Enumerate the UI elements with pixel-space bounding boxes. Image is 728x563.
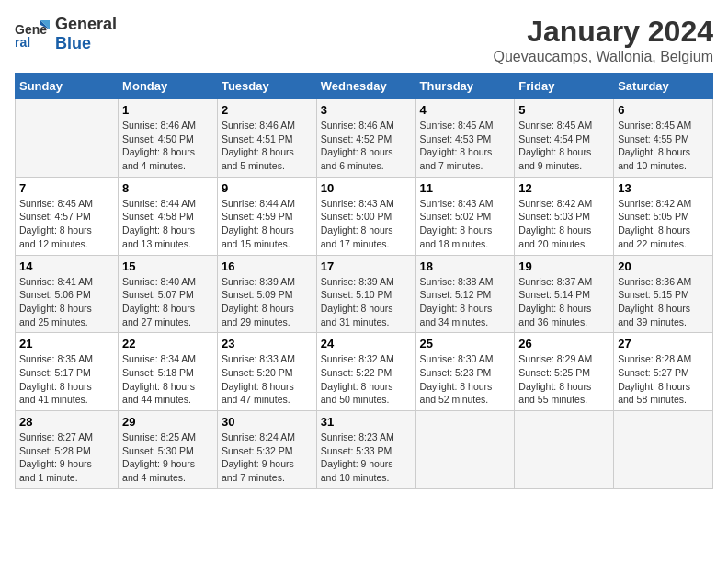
day-number: 12 <box>518 181 609 195</box>
day-cell: 2Sunrise: 8:46 AM Sunset: 4:51 PM Daylig… <box>217 99 316 178</box>
day-info: Sunrise: 8:30 AM Sunset: 5:23 PM Dayligh… <box>420 352 511 407</box>
day-info: Sunrise: 8:41 AM Sunset: 5:06 PM Dayligh… <box>19 275 114 329</box>
day-cell: 22Sunrise: 8:34 AM Sunset: 5:18 PM Dayli… <box>119 333 218 411</box>
day-cell: 30Sunrise: 8:24 AM Sunset: 5:32 PM Dayli… <box>217 411 316 489</box>
day-number: 26 <box>518 337 609 350</box>
week-row-3: 14Sunrise: 8:41 AM Sunset: 5:06 PM Dayli… <box>16 255 713 333</box>
day-number: 6 <box>618 103 709 117</box>
header-thursday: Thursday <box>415 74 515 99</box>
day-number: 15 <box>122 259 213 273</box>
day-cell: 28Sunrise: 8:27 AM Sunset: 5:28 PM Dayli… <box>16 411 119 489</box>
day-cell: 13Sunrise: 8:42 AM Sunset: 5:05 PM Dayli… <box>614 177 713 255</box>
day-number: 19 <box>518 259 609 273</box>
day-cell: 24Sunrise: 8:32 AM Sunset: 5:22 PM Dayli… <box>316 333 415 411</box>
day-cell <box>614 411 713 489</box>
svg-text:ral: ral <box>15 35 30 50</box>
day-info: Sunrise: 8:35 AM Sunset: 5:17 PM Dayligh… <box>19 352 114 407</box>
day-number: 29 <box>122 415 213 429</box>
day-cell: 25Sunrise: 8:30 AM Sunset: 5:23 PM Dayli… <box>415 333 515 411</box>
header-row: Sunday Monday Tuesday Wednesday Thursday… <box>16 74 713 99</box>
logo-general-text: General <box>55 15 117 33</box>
day-cell: 12Sunrise: 8:42 AM Sunset: 5:03 PM Dayli… <box>515 177 614 255</box>
day-cell: 10Sunrise: 8:43 AM Sunset: 5:00 PM Dayli… <box>316 177 415 255</box>
day-cell: 31Sunrise: 8:23 AM Sunset: 5:33 PM Dayli… <box>316 411 415 489</box>
calendar-header: Sunday Monday Tuesday Wednesday Thursday… <box>16 74 713 99</box>
day-cell: 9Sunrise: 8:44 AM Sunset: 4:59 PM Daylig… <box>217 177 316 255</box>
day-number: 31 <box>321 415 412 429</box>
day-info: Sunrise: 8:44 AM Sunset: 4:59 PM Dayligh… <box>222 197 313 251</box>
day-info: Sunrise: 8:43 AM Sunset: 5:02 PM Dayligh… <box>420 197 511 251</box>
day-number: 14 <box>19 259 114 273</box>
day-cell: 5Sunrise: 8:45 AM Sunset: 4:54 PM Daylig… <box>515 99 614 178</box>
day-info: Sunrise: 8:46 AM Sunset: 4:52 PM Dayligh… <box>321 119 412 173</box>
calendar-table: Sunday Monday Tuesday Wednesday Thursday… <box>15 73 713 489</box>
calendar-subtitle: Quevaucamps, Wallonia, Belgium <box>493 49 713 65</box>
calendar-title: January 2024 <box>493 15 713 49</box>
day-cell <box>16 99 119 178</box>
day-info: Sunrise: 8:45 AM Sunset: 4:55 PM Dayligh… <box>618 119 709 173</box>
day-info: Sunrise: 8:34 AM Sunset: 5:18 PM Dayligh… <box>122 352 213 407</box>
day-cell <box>415 411 515 489</box>
header-sunday: Sunday <box>16 74 119 99</box>
day-number: 18 <box>420 259 511 273</box>
day-info: Sunrise: 8:45 AM Sunset: 4:57 PM Dayligh… <box>19 197 114 251</box>
day-info: Sunrise: 8:36 AM Sunset: 5:15 PM Dayligh… <box>618 275 709 329</box>
day-info: Sunrise: 8:42 AM Sunset: 5:03 PM Dayligh… <box>518 197 609 251</box>
day-info: Sunrise: 8:32 AM Sunset: 5:22 PM Dayligh… <box>321 352 412 407</box>
day-number: 24 <box>321 337 412 350</box>
week-row-2: 7Sunrise: 8:45 AM Sunset: 4:57 PM Daylig… <box>16 177 713 255</box>
day-number: 1 <box>122 103 213 117</box>
week-row-4: 21Sunrise: 8:35 AM Sunset: 5:17 PM Dayli… <box>16 333 713 411</box>
day-number: 2 <box>222 103 313 117</box>
day-number: 10 <box>321 181 412 195</box>
header-wednesday: Wednesday <box>316 74 415 99</box>
day-info: Sunrise: 8:25 AM Sunset: 5:30 PM Dayligh… <box>122 431 213 485</box>
day-number: 25 <box>420 337 511 350</box>
day-cell: 8Sunrise: 8:44 AM Sunset: 4:58 PM Daylig… <box>119 177 218 255</box>
day-info: Sunrise: 8:33 AM Sunset: 5:20 PM Dayligh… <box>222 352 313 407</box>
day-number: 30 <box>222 415 313 429</box>
day-info: Sunrise: 8:46 AM Sunset: 4:50 PM Dayligh… <box>122 119 213 173</box>
day-cell: 23Sunrise: 8:33 AM Sunset: 5:20 PM Dayli… <box>217 333 316 411</box>
day-cell: 21Sunrise: 8:35 AM Sunset: 5:17 PM Dayli… <box>16 333 119 411</box>
day-info: Sunrise: 8:37 AM Sunset: 5:14 PM Dayligh… <box>518 275 609 329</box>
day-cell: 27Sunrise: 8:28 AM Sunset: 5:27 PM Dayli… <box>614 333 713 411</box>
week-row-5: 28Sunrise: 8:27 AM Sunset: 5:28 PM Dayli… <box>16 411 713 489</box>
header-monday: Monday <box>119 74 218 99</box>
day-cell: 15Sunrise: 8:40 AM Sunset: 5:07 PM Dayli… <box>119 255 218 333</box>
day-number: 23 <box>222 337 313 350</box>
day-info: Sunrise: 8:29 AM Sunset: 5:25 PM Dayligh… <box>518 352 609 407</box>
day-info: Sunrise: 8:45 AM Sunset: 4:54 PM Dayligh… <box>518 119 609 173</box>
day-number: 17 <box>321 259 412 273</box>
day-cell: 29Sunrise: 8:25 AM Sunset: 5:30 PM Dayli… <box>119 411 218 489</box>
title-block: January 2024 Quevaucamps, Wallonia, Belg… <box>493 15 713 65</box>
day-cell: 6Sunrise: 8:45 AM Sunset: 4:55 PM Daylig… <box>614 99 713 178</box>
day-info: Sunrise: 8:44 AM Sunset: 4:58 PM Dayligh… <box>122 197 213 251</box>
day-info: Sunrise: 8:39 AM Sunset: 5:09 PM Dayligh… <box>222 275 313 329</box>
day-number: 8 <box>122 181 213 195</box>
header-tuesday: Tuesday <box>217 74 316 99</box>
logo-icon: Gene ral <box>15 16 51 52</box>
day-cell: 4Sunrise: 8:45 AM Sunset: 4:53 PM Daylig… <box>415 99 515 178</box>
day-info: Sunrise: 8:23 AM Sunset: 5:33 PM Dayligh… <box>321 431 412 485</box>
day-cell <box>515 411 614 489</box>
calendar-body: 1Sunrise: 8:46 AM Sunset: 4:50 PM Daylig… <box>16 99 713 489</box>
day-cell: 11Sunrise: 8:43 AM Sunset: 5:02 PM Dayli… <box>415 177 515 255</box>
day-cell: 7Sunrise: 8:45 AM Sunset: 4:57 PM Daylig… <box>16 177 119 255</box>
logo: Gene ral General Blue <box>15 15 117 53</box>
day-cell: 14Sunrise: 8:41 AM Sunset: 5:06 PM Dayli… <box>16 255 119 333</box>
day-cell: 20Sunrise: 8:36 AM Sunset: 5:15 PM Dayli… <box>614 255 713 333</box>
week-row-1: 1Sunrise: 8:46 AM Sunset: 4:50 PM Daylig… <box>16 99 713 178</box>
day-info: Sunrise: 8:42 AM Sunset: 5:05 PM Dayligh… <box>618 197 709 251</box>
header-saturday: Saturday <box>614 74 713 99</box>
day-number: 5 <box>518 103 609 117</box>
day-number: 22 <box>122 337 213 350</box>
day-number: 7 <box>19 181 114 195</box>
day-cell: 1Sunrise: 8:46 AM Sunset: 4:50 PM Daylig… <box>119 99 218 178</box>
day-number: 11 <box>420 181 511 195</box>
day-number: 21 <box>19 337 114 350</box>
day-info: Sunrise: 8:43 AM Sunset: 5:00 PM Dayligh… <box>321 197 412 251</box>
page-header: Gene ral General Blue January 2024 Queva… <box>15 15 713 65</box>
day-number: 4 <box>420 103 511 117</box>
header-friday: Friday <box>515 74 614 99</box>
